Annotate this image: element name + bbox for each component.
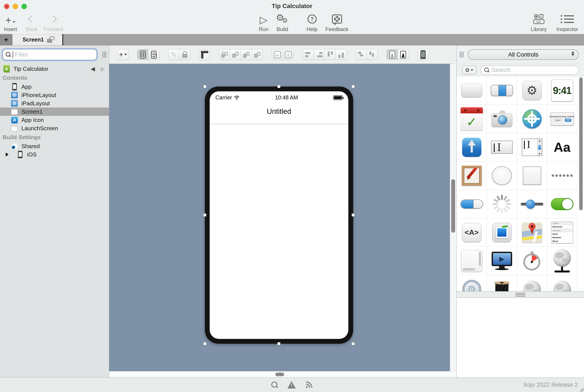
align-left-button[interactable]: [303, 50, 314, 60]
move-to-front-button[interactable]: [230, 50, 241, 60]
library-search-input[interactable]: [492, 67, 575, 74]
resize-grip[interactable]: [580, 388, 584, 392]
warnings-icon[interactable]: !: [287, 381, 296, 388]
control-progressbar[interactable]: [457, 190, 487, 218]
run-button[interactable]: ▷ Run: [259, 13, 268, 32]
canvas-vertical-scrollbar[interactable]: [450, 64, 457, 371]
vscroll-thumb[interactable]: [451, 179, 455, 233]
light-mode-button[interactable]: [387, 50, 398, 60]
move-to-back-button[interactable]: [252, 50, 263, 60]
ruler-button[interactable]: [199, 49, 210, 60]
filter-field[interactable]: [2, 49, 97, 60]
selection-handle-s[interactable]: [277, 342, 280, 345]
sidebar-item-launchscreen[interactable]: LaunchScreen: [0, 124, 109, 132]
controls-category-dropdown[interactable]: All Controls: [468, 50, 579, 60]
control-datetime[interactable]: 9:41: [547, 76, 577, 105]
selection-handle-se[interactable]: [352, 342, 355, 345]
sidebar-item-iphonelayout[interactable]: iPhoneLayout: [0, 91, 109, 99]
filter-input[interactable]: [15, 51, 94, 58]
control-rectangle[interactable]: [517, 162, 547, 190]
library-search-field[interactable]: [480, 66, 579, 75]
control-textarea[interactable]: I ▲▼: [517, 133, 547, 162]
control-activityindicator[interactable]: [487, 190, 517, 218]
control-textfield[interactable]: I: [487, 133, 517, 162]
nav-forward-arrow[interactable]: ▶: [101, 66, 105, 72]
control-segmented[interactable]: [487, 76, 517, 105]
library-settings-button[interactable]: ⚙: [462, 66, 476, 74]
control-globe-1[interactable]: [517, 275, 547, 291]
iphone-mockup[interactable]: Carrier 10:48 AM Untitled: [205, 86, 353, 344]
control-movieplayer[interactable]: ▶: [487, 247, 517, 275]
sidebar-item-ios[interactable]: iOS: [0, 150, 109, 159]
control-separator[interactable]: [547, 162, 577, 190]
control-scrollablearea[interactable]: [457, 247, 487, 275]
selection-handle-e[interactable]: [352, 214, 355, 216]
match-width-button[interactable]: ↔: [272, 50, 283, 60]
lock-button[interactable]: [179, 50, 190, 60]
tab-screen1[interactable]: Screen1: [12, 34, 62, 45]
control-imageviewer[interactable]: [487, 218, 517, 247]
control-oval[interactable]: [487, 162, 517, 190]
library-splitter[interactable]: [457, 291, 584, 298]
nav-back-arrow[interactable]: ◀: [91, 66, 95, 72]
control-globe-2[interactable]: [547, 275, 577, 291]
navigator-project-row[interactable]: ⊗ Tip Calculator ◀ ▶: [0, 65, 109, 73]
layout-view-button[interactable]: [137, 50, 148, 60]
forward-button[interactable]: Forward: [44, 13, 63, 32]
control-label[interactable]: Aa: [547, 133, 577, 162]
feedback-button[interactable]: Feedback: [325, 13, 348, 32]
inspector-button[interactable]: Inspector: [557, 13, 578, 32]
control-switch[interactable]: [547, 190, 577, 218]
control-settings[interactable]: ⚙: [517, 76, 547, 105]
sidebar-item-appicon[interactable]: A App Icon: [0, 116, 109, 124]
control-datepicker[interactable]: ✓: [457, 105, 487, 133]
selection-handle-sw[interactable]: [203, 342, 206, 345]
control-mapviewer[interactable]: [517, 218, 547, 247]
build-button[interactable]: ⚙⚙ Build: [276, 13, 289, 32]
code-view-button[interactable]: [148, 50, 159, 60]
control-network-globe[interactable]: [547, 247, 577, 275]
sidebar-item-app[interactable]: App: [0, 82, 109, 91]
hscroll-thumb[interactable]: [275, 372, 284, 376]
selection-handle-ne[interactable]: [352, 85, 355, 88]
move-forward-button[interactable]: ↗: [219, 50, 230, 60]
library-scrollbar-thumb[interactable]: [579, 77, 583, 210]
dark-mode-button[interactable]: [398, 50, 409, 60]
sidebar-item-screen1[interactable]: Screen1: [0, 108, 109, 116]
panel-drag-handle[interactable]: [460, 52, 464, 58]
edit-button[interactable]: ✎: [168, 50, 179, 60]
design-canvas[interactable]: Carrier 10:48 AM Untitled: [109, 64, 457, 371]
control-htmlviewer[interactable]: <A>: [457, 218, 487, 247]
control-camera[interactable]: [487, 105, 517, 133]
add-tab-button[interactable]: +: [0, 34, 12, 45]
control-slider[interactable]: [517, 190, 547, 218]
sidebar-item-ipadlayout[interactable]: iPadLayout: [0, 99, 109, 108]
control-location[interactable]: [517, 105, 547, 133]
control-share[interactable]: [457, 133, 487, 162]
library-button[interactable]: ✓ OK Library: [531, 13, 547, 32]
panel-drag-handle[interactable]: [102, 52, 106, 58]
canvas-horizontal-scrollbar[interactable]: [109, 371, 457, 377]
find-icon[interactable]: [271, 382, 278, 388]
device-selector-button[interactable]: [418, 49, 429, 60]
help-button[interactable]: ? Help: [307, 13, 317, 32]
control-canvas[interactable]: [457, 162, 487, 190]
insert-button[interactable]: + Insert: [4, 13, 17, 32]
control-gear-wheel[interactable]: ⚙: [457, 275, 487, 291]
match-height-button[interactable]: ↕: [283, 50, 294, 60]
add-control-button[interactable]: +: [117, 49, 128, 60]
selection-handle-n[interactable]: [277, 85, 280, 88]
move-backward-button[interactable]: ↙: [241, 50, 252, 60]
feed-icon[interactable]: [305, 381, 313, 388]
control-timer[interactable]: [517, 247, 547, 275]
selection-handle-w[interactable]: [203, 214, 206, 216]
control-thread-spool[interactable]: [487, 275, 517, 291]
control-table[interactable]: Apples Macintosh› Oranges Navel› Mandari…: [547, 218, 577, 247]
sidebar-item-shared[interactable]: Shared: [0, 142, 109, 150]
align-right-button[interactable]: [314, 50, 325, 60]
align-top-button[interactable]: [325, 50, 336, 60]
align-bottom-button[interactable]: [336, 50, 347, 60]
back-button[interactable]: Back: [26, 13, 37, 32]
space-vertically-button[interactable]: [367, 50, 378, 60]
selection-handle-nw[interactable]: [203, 85, 206, 88]
